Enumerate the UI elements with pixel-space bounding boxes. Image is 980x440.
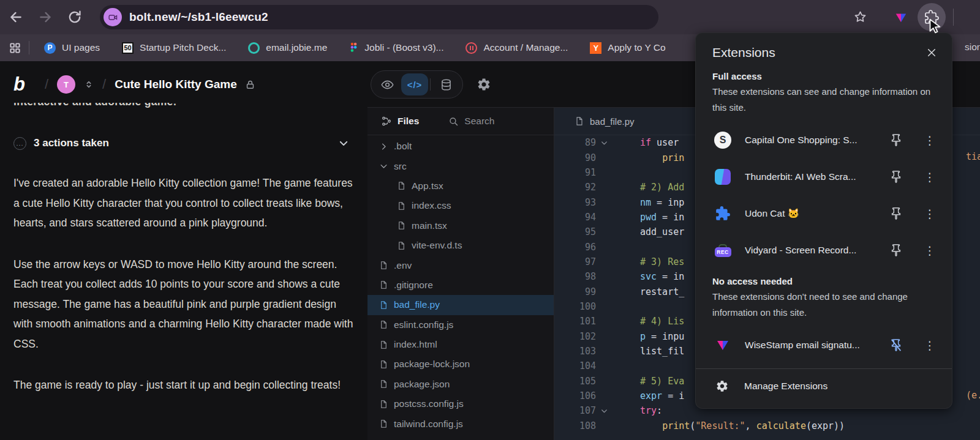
message-paragraph: I've created an adorable Hello Kitty col… <box>13 173 354 233</box>
forward-icon[interactable] <box>37 9 53 25</box>
file-row[interactable]: postcss.config.js <box>368 394 554 414</box>
line-number: 89 <box>554 137 596 148</box>
actions-taken-toggle[interactable]: ... 3 actions taken <box>13 135 354 152</box>
code-fragment: tia <box>966 149 980 164</box>
breadcrumb-separator: / <box>45 76 48 92</box>
extension-row[interactable]: Udon Cat 🐱⋮ <box>696 195 952 232</box>
project-title[interactable]: Cute Hello Kitty Game <box>115 78 237 91</box>
files-tab[interactable]: Files <box>398 116 419 127</box>
file-row[interactable]: package.json <box>368 375 554 394</box>
line-number: 101 <box>554 316 596 327</box>
file-row[interactable]: .env <box>368 255 554 275</box>
chevron-updown-icon[interactable] <box>84 80 94 89</box>
fold-chevron-icon[interactable] <box>600 139 608 147</box>
file-icon <box>379 379 388 389</box>
fold-chevron-icon[interactable] <box>600 407 608 415</box>
file-name: package.json <box>394 379 450 390</box>
preview-eye-button[interactable] <box>374 72 401 97</box>
pin-icon[interactable] <box>889 133 903 147</box>
chevron-down-icon[interactable] <box>379 162 388 171</box>
file-row[interactable]: src <box>368 156 554 176</box>
extension-row[interactable]: SCapital One Shopping: S...⋮ <box>696 122 952 158</box>
bookmark-item[interactable]: YApply to Y Co <box>590 42 665 54</box>
bookmark-item[interactable]: PUI pages <box>44 42 100 54</box>
no-access-heading: No access needed <box>696 276 952 286</box>
file-icon <box>397 221 406 230</box>
file-row[interactable]: vite-env.d.ts <box>368 236 554 255</box>
close-icon[interactable] <box>926 47 937 58</box>
kebab-menu-icon[interactable]: ⋮ <box>924 133 936 147</box>
files-header: Files Search <box>368 108 554 135</box>
file-row[interactable]: package-lock.json <box>368 354 554 374</box>
kebab-menu-icon[interactable]: ⋮ <box>924 244 936 258</box>
message-paragraph: The game is ready to play - just start i… <box>13 375 354 395</box>
bolt-logo[interactable]: b <box>13 73 25 95</box>
file-name: package-lock.json <box>394 359 470 370</box>
email-jobie-icon <box>248 42 260 54</box>
settings-gear-button[interactable] <box>477 77 491 92</box>
search-tab[interactable]: Search <box>464 116 494 127</box>
url-bar[interactable]: bolt.new/~/sb1-l6eewcu2 <box>100 5 658 29</box>
file-row[interactable]: index.css <box>368 196 554 215</box>
code-text: # 4) Lis <box>612 316 684 327</box>
file-row[interactable]: main.tsx <box>368 216 554 236</box>
no-access-description: These extensions don't need to see and c… <box>696 289 952 321</box>
extension-row[interactable]: WiseStamp email signatu...⋮ <box>696 327 952 364</box>
pin-icon[interactable] <box>889 170 903 184</box>
reload-icon[interactable] <box>67 9 83 25</box>
kebab-menu-icon[interactable]: ⋮ <box>924 338 936 352</box>
bookmark-item[interactable]: 50Startup Pitch Deck... <box>122 42 226 54</box>
bookmark-label: Account / Manage... <box>483 42 568 53</box>
file-row[interactable]: bad_file.py <box>368 295 554 315</box>
file-row[interactable]: index.html <box>368 335 554 354</box>
editor-tab[interactable]: bad_file.py <box>575 116 635 127</box>
site-camera-icon[interactable] <box>104 8 122 26</box>
file-row[interactable]: tailwind.config.js <box>368 414 554 433</box>
file-icon <box>379 320 388 329</box>
bookmark-overflow-label[interactable]: sion <box>965 42 980 53</box>
file-tree: .boltsrcApp.tsxindex.cssmain.tsxvite-env… <box>368 135 554 434</box>
extension-name: Udon Cat 🐱 <box>745 208 889 219</box>
editor-tab-label: bad_file.py <box>590 116 635 127</box>
files-panel: Files Search .boltsrcApp.tsxindex.cssmai… <box>368 107 554 440</box>
back-icon[interactable] <box>8 9 24 25</box>
line-number: 99 <box>554 286 596 297</box>
url-text[interactable]: bolt.new/~/sb1-l6eewcu2 <box>129 10 268 24</box>
kebab-menu-icon[interactable]: ⋮ <box>924 207 936 221</box>
file-icon <box>379 280 388 289</box>
chevron-down-icon[interactable] <box>338 138 349 149</box>
code-text: nm = inp <box>612 197 684 208</box>
file-row[interactable]: .bolt <box>368 136 554 156</box>
apps-grid-icon[interactable] <box>9 42 21 54</box>
extension-row[interactable]: RECVidyard - Screen Record...⋮ <box>696 232 952 269</box>
bookmark-item[interactable]: email.jobie.me <box>248 42 327 54</box>
database-button[interactable] <box>432 72 460 97</box>
screen: bolt.new/~/sb1-l6eewcu2 PUI pages50Start… <box>0 0 980 440</box>
file-icon <box>379 300 388 310</box>
code-view-button[interactable]: </> <box>401 73 428 95</box>
wisestamp-icon <box>714 337 731 354</box>
bookmark-star-icon[interactable] <box>853 10 867 24</box>
file-tree-icon <box>381 116 392 127</box>
file-icon <box>379 400 388 409</box>
gear-icon <box>715 379 729 393</box>
file-row[interactable]: .gitignore <box>368 275 554 295</box>
avatar[interactable]: T <box>57 75 75 94</box>
manage-extensions-button[interactable]: Manage Extensions <box>696 369 952 403</box>
file-row[interactable]: eslint.config.js <box>368 315 554 335</box>
kebab-menu-icon[interactable]: ⋮ <box>924 170 936 184</box>
extension-name: Vidyard - Screen Record... <box>745 245 889 256</box>
bookmark-item[interactable]: Account / Manage... <box>466 42 568 54</box>
file-icon <box>379 340 388 349</box>
wisestamp-toolbar-icon[interactable] <box>894 11 908 24</box>
pin-icon[interactable] <box>889 207 903 220</box>
thunderbit-icon <box>714 168 731 185</box>
file-row[interactable]: App.tsx <box>368 176 554 196</box>
pitch-deck-icon: 50 <box>122 42 134 54</box>
pin-slashed-icon[interactable] <box>889 338 903 352</box>
line-number: 103 <box>554 346 596 357</box>
chevron-right-icon[interactable] <box>379 142 388 151</box>
pin-icon[interactable] <box>889 244 903 257</box>
extension-row[interactable]: Thunderbit: AI Web Scra...⋮ <box>696 158 952 195</box>
bookmark-item[interactable]: Jobli - (Boost v3)... <box>349 42 443 54</box>
